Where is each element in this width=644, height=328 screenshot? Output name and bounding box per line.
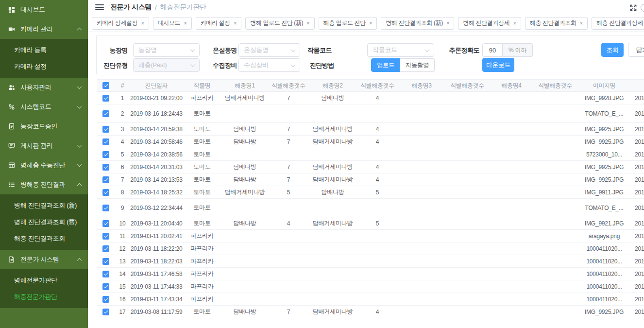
search-button[interactable]: 조회 bbox=[601, 43, 624, 57]
row-checkbox[interactable] bbox=[102, 258, 109, 265]
breadcrumb-root[interactable]: 전문가 시스템 bbox=[110, 3, 152, 12]
tab-label: 병해 진단결과상세 bbox=[463, 19, 509, 27]
select-all-checkbox[interactable] bbox=[102, 82, 109, 89]
table-cell bbox=[356, 148, 398, 161]
table-cell: 4 bbox=[268, 217, 309, 230]
row-checkbox[interactable] bbox=[102, 189, 109, 196]
tab-label: 병해 업로드 진단 (新) bbox=[250, 19, 303, 27]
tab-close-icon[interactable]: × bbox=[580, 20, 583, 26]
table-cell bbox=[490, 230, 533, 242]
table-cell bbox=[221, 293, 268, 306]
equipment-select[interactable]: 수집장비 bbox=[238, 58, 300, 72]
clipped-cell: 2019 bbox=[631, 242, 644, 255]
row-checkbox[interactable] bbox=[102, 245, 109, 252]
sidebar-subitem[interactable]: 해충전문가판단 bbox=[0, 289, 88, 305]
tab[interactable]: 해충 진단결과상세× bbox=[592, 17, 644, 30]
table-cell bbox=[398, 186, 445, 199]
tab-close-icon[interactable]: × bbox=[513, 20, 516, 26]
row-checkbox[interactable] bbox=[102, 309, 109, 315]
sidebar-item-expert-system[interactable]: 전문가 시스템 bbox=[0, 250, 88, 269]
tab-close-icon[interactable]: × bbox=[306, 20, 310, 26]
sidebar-item-user-management[interactable]: 사용자관리 bbox=[0, 78, 88, 97]
row-checkbox[interactable] bbox=[102, 296, 109, 303]
accuracy-input[interactable] bbox=[482, 43, 503, 57]
table-header-row: #진단일자작물명해충명1식별해충갯수해충명2식별해충갯수해충명3식별해충갯수해충… bbox=[97, 80, 644, 92]
row-checkbox[interactable] bbox=[102, 164, 109, 171]
sidebar-subitem[interactable]: 병해전문가판단 bbox=[0, 272, 88, 289]
tab-close-icon[interactable]: × bbox=[234, 20, 237, 26]
tab-close-icon[interactable]: × bbox=[446, 20, 450, 26]
row-checkbox[interactable] bbox=[102, 110, 109, 117]
tab[interactable]: 카메라 상세설정× bbox=[92, 17, 149, 30]
tab[interactable]: 병해 진단결과조회 (新)× bbox=[381, 17, 454, 30]
row-checkbox[interactable] bbox=[102, 283, 109, 290]
sidebar-item-farm-code-approval[interactable]: 농장코드승인 bbox=[0, 117, 88, 136]
file-text-icon bbox=[8, 256, 15, 263]
crop-code-select[interactable]: 작물코드 bbox=[367, 43, 434, 57]
table-cell: 5 bbox=[356, 217, 398, 230]
tab-close-icon[interactable]: × bbox=[184, 20, 187, 26]
row-checkbox[interactable] bbox=[102, 233, 109, 240]
hamburger-menu-icon[interactable] bbox=[95, 4, 104, 10]
table-cell: 4 bbox=[356, 123, 398, 136]
greenhouse-select[interactable]: 온실동명 bbox=[238, 43, 300, 57]
table-cell: 담배거세미나방 bbox=[309, 217, 356, 230]
tab[interactable]: 해충 진단결과조회× bbox=[525, 17, 588, 30]
download-button[interactable]: 다운로드 bbox=[482, 58, 514, 72]
sidebar-subitem[interactable]: 해충 진단결과조회 bbox=[0, 230, 88, 247]
tab-label: 카메라 설정 bbox=[201, 19, 230, 27]
accuracy-unit-addon: % 이하 bbox=[503, 43, 533, 57]
row-checkbox[interactable] bbox=[102, 126, 109, 133]
tab[interactable]: 병해 업로드 진단 (新)× bbox=[245, 17, 314, 30]
table-cell: 7 bbox=[268, 173, 309, 186]
close-button[interactable]: 닫기 bbox=[628, 43, 644, 57]
farm-name-select[interactable]: 농장명 bbox=[133, 43, 200, 57]
table-cell: 담배나방 bbox=[221, 173, 268, 186]
sidebar-item-camera-management[interactable]: 카메라 관리 bbox=[0, 19, 88, 39]
table-cell bbox=[398, 136, 445, 148]
clipped-cell: 2019 bbox=[631, 268, 644, 280]
row-checkbox[interactable] bbox=[102, 138, 109, 145]
table-cell bbox=[309, 230, 356, 242]
row-checkbox[interactable] bbox=[102, 176, 109, 183]
sidebar-item-pest-diagnosis-results[interactable]: 병해충 진단결과 bbox=[0, 175, 88, 194]
sidebar-item-pest-manual-diagnosis[interactable]: 병해충 수동진단 bbox=[0, 155, 88, 175]
tab-close-icon[interactable]: × bbox=[141, 20, 144, 26]
sidebar-item-system-code[interactable]: 시스템코드 bbox=[0, 97, 88, 117]
method-option-selected[interactable]: 업로드 bbox=[371, 58, 400, 72]
row-checkbox[interactable] bbox=[102, 220, 109, 227]
table-cell: 1 bbox=[115, 92, 130, 104]
tab-close-icon[interactable]: × bbox=[369, 20, 373, 26]
sidebar-subitem[interactable]: 카메라 등록 bbox=[0, 42, 88, 58]
fullscreen-expand-icon[interactable] bbox=[629, 4, 637, 12]
diagnosis-type-value: 해충(Pest) bbox=[138, 61, 167, 69]
diagnosis-type-select[interactable]: 해충(Pest) bbox=[133, 58, 200, 72]
sidebar-item-board-management[interactable]: 게시판 관리 bbox=[0, 136, 88, 155]
table-cell bbox=[445, 306, 490, 318]
table-cell: 담배거세미나방 bbox=[309, 161, 356, 173]
sidebar-subitem[interactable]: 카메라 설정 bbox=[0, 58, 88, 75]
method-option-unselected[interactable]: 자동촬영 bbox=[400, 58, 435, 72]
table-cell bbox=[221, 242, 268, 255]
sidebar-item-dashboard[interactable]: 대시보드 bbox=[0, 0, 88, 19]
table-cell bbox=[268, 242, 309, 255]
table-cell bbox=[445, 242, 490, 255]
row-checkbox[interactable] bbox=[102, 271, 109, 277]
tab[interactable]: 해충 업로드 진단× bbox=[319, 17, 377, 30]
table-cell bbox=[490, 199, 533, 217]
tab[interactable]: 병해 진단결과상세× bbox=[458, 17, 521, 30]
column-header: 식별해충갯수 bbox=[356, 80, 398, 92]
row-checkbox[interactable] bbox=[102, 205, 109, 211]
table-cell bbox=[533, 306, 577, 318]
user-avatar-icon[interactable] bbox=[641, 4, 644, 12]
table-cell: 토마토 bbox=[183, 173, 221, 186]
sidebar-subitem[interactable]: 병해 진단결과조회 (新) bbox=[0, 197, 88, 214]
equipment-label: 수집장비 bbox=[198, 61, 237, 70]
tab[interactable]: 대시보드× bbox=[153, 17, 192, 30]
tab-label: 대시보드 bbox=[158, 19, 180, 27]
tab[interactable]: 카메라 설정× bbox=[196, 17, 242, 30]
row-checkbox[interactable] bbox=[102, 95, 109, 102]
column-header: 식별해충갯수 bbox=[268, 80, 309, 92]
row-checkbox[interactable] bbox=[102, 151, 109, 158]
sidebar-subitem[interactable]: 병해 진단결과조회 (舊) bbox=[0, 214, 88, 230]
